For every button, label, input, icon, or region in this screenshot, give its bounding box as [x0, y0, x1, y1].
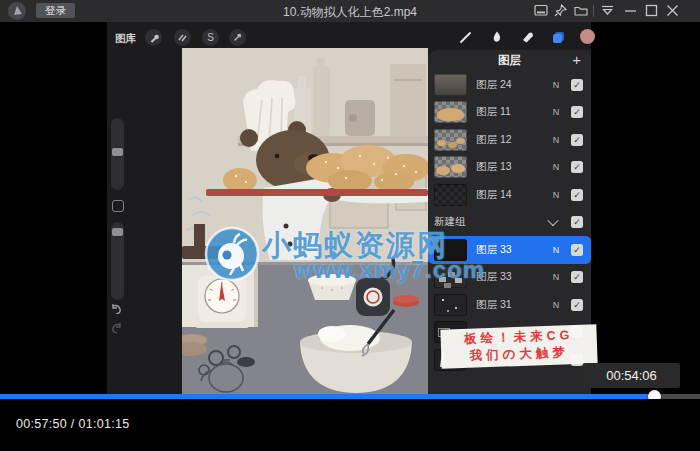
layer-visibility-checkbox[interactable]: ✓	[571, 271, 583, 283]
modify-button	[112, 200, 124, 212]
layer-row[interactable]: 图层 13 N ✓	[428, 154, 591, 182]
active-color-swatch	[580, 29, 595, 44]
layer-visibility-checkbox[interactable]: ✓	[571, 299, 583, 311]
opacity-slider	[111, 222, 124, 300]
close-icon[interactable]	[666, 4, 681, 18]
layer-row[interactable]: 图层 33 N ✓	[428, 264, 591, 292]
layer-name: 图层 33	[476, 270, 550, 284]
smudge-icon	[489, 29, 506, 46]
layer-row[interactable]: 图层 31 N ✓	[428, 291, 591, 319]
layer-thumbnail	[434, 184, 467, 206]
layer-visibility-checkbox[interactable]: ✓	[571, 161, 583, 173]
control-bar: 00:57:50 / 01:01:15 倍速	[0, 399, 700, 451]
time-display: 00:57:50 / 01:01:15	[16, 417, 129, 431]
layer-thumbnail	[434, 101, 467, 123]
video-surface[interactable]: 图库 S	[0, 22, 700, 394]
maximize-icon[interactable]	[645, 4, 660, 18]
procreate-toolbar: 图库 S	[107, 27, 591, 48]
layer-visibility-checkbox[interactable]: ✓	[571, 106, 583, 118]
layer-thumbnail	[434, 129, 467, 151]
title-bar: 登录 10.动物拟人化上色2.mp4	[0, 0, 700, 22]
player-window: 登录 10.动物拟人化上色2.mp4 图库	[0, 0, 700, 451]
add-layer-button: +	[572, 50, 581, 70]
layer-thumbnail	[434, 74, 467, 96]
layer-visibility-checkbox[interactable]: ✓	[571, 79, 583, 91]
layer-blend-mode[interactable]: N	[550, 80, 562, 90]
layer-row[interactable]: 图层 11 N ✓	[428, 99, 591, 127]
layer-visibility-checkbox[interactable]: ✓	[571, 134, 583, 146]
seek-preview-tooltip: 00:54:06	[583, 363, 680, 388]
gallery-label: 图库	[115, 32, 136, 46]
layer-blend-mode[interactable]: N	[550, 300, 562, 310]
layer-blend-mode[interactable]: N	[550, 190, 562, 200]
layer-visibility-checkbox[interactable]: ✓	[571, 216, 583, 228]
brush-icon	[457, 29, 474, 46]
layer-name: 图层 24	[476, 78, 550, 92]
brush-size-slider	[111, 118, 124, 190]
layer-thumbnail	[434, 266, 467, 288]
redo-icon	[110, 322, 123, 335]
layer-name: 图层 33	[476, 243, 550, 257]
layer-thumbnail	[434, 156, 467, 178]
undo-icon	[110, 303, 123, 316]
layer-name: 图层 31	[476, 298, 550, 312]
layer-visibility-checkbox[interactable]: ✓	[571, 244, 583, 256]
layers-panel-title: 图层	[498, 54, 521, 66]
layers-icon-active	[550, 29, 567, 46]
layer-row[interactable]: 图层 12 N ✓	[428, 126, 591, 154]
eraser-icon	[519, 29, 536, 46]
selection-icon: S	[202, 29, 219, 46]
adjustments-icon	[174, 29, 191, 46]
main-menu-icon[interactable]	[600, 4, 615, 18]
layer-row[interactable]: 图层 14 N ✓	[428, 181, 591, 209]
layer-row[interactable]: 图层 33 N ✓	[428, 236, 591, 264]
layer-name: 新建组	[434, 215, 549, 229]
layer-blend-mode[interactable]: N	[550, 245, 562, 255]
red-text-banner: 板绘！未来CG 我们の大触梦	[440, 324, 597, 368]
minimize-icon[interactable]	[624, 4, 639, 18]
layer-blend-mode[interactable]: N	[550, 107, 562, 117]
canvas-artwork-bear-baker	[182, 48, 428, 394]
layer-blend-mode[interactable]: N	[550, 162, 562, 172]
layers-panel-header: 图层 +	[428, 50, 591, 71]
layer-name: 图层 13	[476, 160, 550, 174]
layer-thumbnail	[434, 294, 467, 316]
transform-arrow-icon	[229, 29, 246, 46]
layer-blend-mode[interactable]: N	[550, 272, 562, 282]
layer-row[interactable]: 新建组 ✓	[428, 209, 591, 237]
open-file-folder-icon[interactable]	[574, 4, 589, 18]
brush-size-handle	[112, 148, 123, 156]
window-title: 10.动物拟人化上色2.mp4	[0, 4, 700, 21]
layer-thumbnail	[434, 239, 467, 261]
actions-wrench-icon	[145, 29, 162, 46]
layer-blend-mode[interactable]: N	[550, 135, 562, 145]
layer-row[interactable]: 图层 24 N ✓	[428, 71, 591, 99]
layer-name: 图层 11	[476, 105, 550, 119]
titlebar-divider	[593, 5, 594, 17]
layer-visibility-checkbox[interactable]: ✓	[571, 189, 583, 201]
mini-player-icon[interactable]	[534, 4, 549, 18]
chevron-down-icon	[547, 215, 558, 226]
layer-name: 图层 12	[476, 133, 550, 147]
pin-icon[interactable]	[554, 4, 569, 18]
layer-name: 图层 14	[476, 188, 550, 202]
opacity-handle	[112, 228, 123, 236]
